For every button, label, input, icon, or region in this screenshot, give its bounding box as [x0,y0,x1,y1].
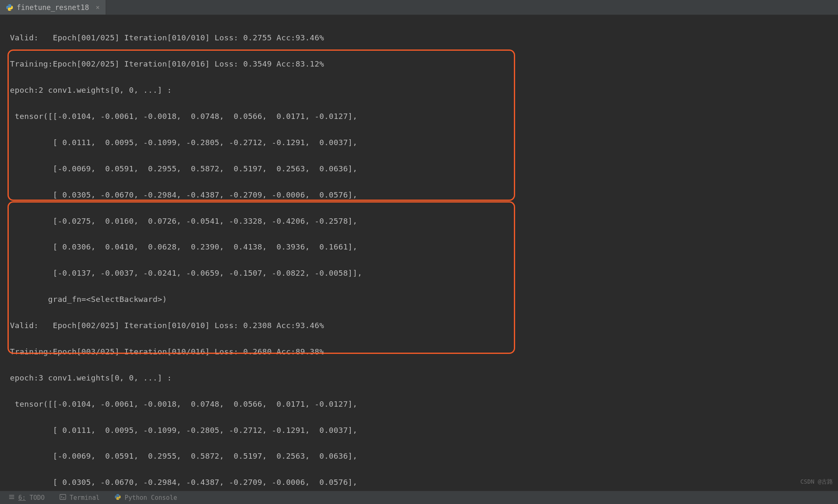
console-line: [ 0.0306, 0.0410, 0.0628, 0.2390, 0.4138… [10,240,838,253]
terminal-icon [60,494,66,502]
svg-rect-0 [60,494,66,499]
console-line: [-0.0069, 0.0591, 0.2955, 0.5872, 0.5197… [10,450,838,462]
console-line: Valid: Epoch[002/025] Iteration[010/010]… [10,319,838,332]
console-line: epoch:3 conv1.weights[0, 0, ...] : [10,371,838,384]
console-line: Training:Epoch[002/025] Iteration[010/01… [10,57,838,70]
console-line: grad_fn=<SelectBackward>) [10,293,838,306]
tab-finetune-resnet18[interactable]: finetune_resnet18 × [0,0,106,15]
console-line: tensor([[-0.0104, -0.0061, -0.0018, 0.07… [10,110,838,123]
watermark-text: CSDN @古路 [800,478,833,486]
console-output: Valid: Epoch[001/025] Iteration[010/010]… [0,15,838,491]
tool-python-console[interactable]: Python Console [114,494,177,502]
console-line: [ 0.0305, -0.0670, -0.2984, -0.4387, -0.… [10,188,838,201]
bottom-tool-bar: 6: TODO Terminal Python Console [0,491,838,504]
console-line: tensor([[-0.0104, -0.0061, -0.0018, 0.07… [10,398,838,410]
tab-bar: finetune_resnet18 × [0,0,838,15]
todo-label: TODO [30,494,45,502]
terminal-label: Terminal [69,494,99,502]
console-line: [ 0.0305, -0.0670, -0.2984, -0.4387, -0.… [10,476,838,489]
console-line: Training:Epoch[003/025] Iteration[010/01… [10,345,838,358]
console-content: Valid: Epoch[001/025] Iteration[010/010]… [0,18,838,491]
console-line: [ 0.0111, 0.0095, -0.1099, -0.2805, -0.2… [10,136,838,149]
python-icon [114,494,121,502]
console-line: [-0.0275, 0.0160, 0.0726, -0.0541, -0.33… [10,215,838,227]
tool-todo[interactable]: 6: TODO [8,494,45,502]
todo-prefix: 6: [18,494,26,502]
console-line: Valid: Epoch[001/025] Iteration[010/010]… [10,31,838,44]
tool-terminal[interactable]: Terminal [60,494,99,502]
console-line: [-0.0069, 0.0591, 0.2955, 0.5872, 0.5197… [10,162,838,175]
console-line: [-0.0137, -0.0037, -0.0241, -0.0659, -0.… [10,267,838,279]
hamburger-icon [8,494,15,502]
python-icon [6,4,13,11]
close-icon[interactable]: × [96,3,100,11]
console-line: [ 0.0111, 0.0095, -0.1099, -0.2805, -0.2… [10,424,838,437]
tab-label: finetune_resnet18 [17,3,89,12]
python-console-label: Python Console [124,494,177,502]
console-line: epoch:2 conv1.weights[0, 0, ...] : [10,84,838,96]
